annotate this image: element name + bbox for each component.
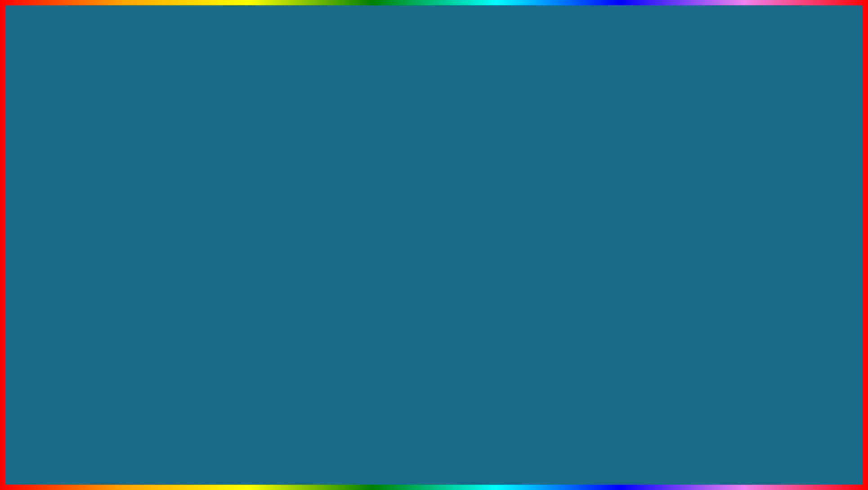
right-panel-mobile: [ MOBILE & PC ] (699, 140, 745, 147)
mirage-island-header: [ Mirage Island ] (657, 189, 823, 202)
nav-esp[interactable]: Esp (41, 218, 86, 231)
toggle-super-fast: Super Fast Attack [ Kick + Auto-Click ] (90, 226, 261, 242)
nav-teleport[interactable]: Teleport (41, 192, 86, 205)
nav-shop-race[interactable]: Shop & Race (41, 244, 86, 257)
right-nav-checking[interactable]: Checking Status (604, 270, 653, 283)
right-nav-shop-race[interactable]: Shop & Race (604, 231, 653, 244)
nav-raid-awk[interactable]: Raid & Awk (41, 205, 86, 218)
auto-click-label: Auto Click (92, 246, 118, 253)
moon-status: 3/5 : Full Moon 50% (657, 166, 823, 177)
house-1-roof (270, 373, 310, 400)
left-panel-header: #Coca↑ Hub [ MOBILE & PC ] [RightControl… (41, 138, 264, 150)
left-panel-title: #Coca↑ Hub (55, 141, 89, 147)
toggle-fast-attack: Fast Attack [ Normal / ] (90, 196, 261, 212)
bf-logo-text: BLOX FRUITS (751, 451, 832, 474)
fast-attack-warn: Super Fast Attack [ Lag For Weak Devices… (90, 216, 261, 223)
right-panel-content: [ Full Moon -Check- ] 3/5 : Full Moon 50… (653, 150, 827, 285)
find-mirage-hop-row: Find Mirage Island [Hop] (657, 244, 823, 263)
left-panel-key: [RightControl] (231, 141, 261, 147)
super-fast-toggle[interactable] (239, 229, 259, 239)
right-panel-key: [RightControl] (793, 141, 823, 147)
find-mirage-row: Find Mirage Island (657, 225, 823, 244)
find-mirage-label: Find Mirage Island (660, 231, 711, 238)
right-nav-devil[interactable]: Devil Fruit (604, 218, 653, 231)
toggle-bring-monster: Bring Monster [✓] (90, 181, 261, 196)
anti-out-game-label: Anti Out Game (92, 169, 130, 176)
char-body (412, 342, 456, 423)
auto-click-toggle[interactable] (239, 245, 259, 254)
fast-attack-label: Fast Attack [ Normal / ] (92, 201, 151, 208)
bf-logo-fruits: FRUITS (751, 460, 832, 474)
nav-auto-farm[interactable]: Auto Farm (41, 152, 86, 165)
title-char-r: R (461, 4, 514, 85)
nav-stats-sver[interactable]: Stats & Sver (41, 178, 86, 192)
left-panel-icon (45, 140, 53, 148)
right-nav-pvp[interactable]: PVP + Aimbot (604, 152, 653, 165)
bring-monster-label: Bring Monster [✓] (92, 185, 138, 192)
left-sidebar-nav: Auto Farm PVP + Aimbot Stats & Sver Tele… (41, 150, 86, 285)
left-panel-content: WARN: Use Anti When Farming! Anti Out Ga… (86, 150, 264, 285)
bf-logo-container: 💀 BLOX FRUITS (751, 423, 832, 477)
auto-hanging-label: Auto Hanging Mirage island [FUNCTION IS … (660, 208, 800, 214)
bottom-farm: FARM (175, 434, 316, 483)
char-head (416, 308, 452, 344)
right-nav-stats[interactable]: Stats & Sver (604, 165, 653, 178)
left-panel-mobile: [ MOBILE & PC ] (137, 140, 183, 147)
mirage-not-found: : Mirage Island Not Found [X] (657, 177, 823, 187)
find-mirage-hop-label: Find Mirage Island [Hop] (660, 250, 729, 257)
title-char-t: T (586, 4, 630, 85)
auto-hanging-row: Auto Hanging Mirage island [FUNCTION IS … (657, 204, 823, 219)
character (389, 265, 479, 423)
bottom-pastebin: PASTEBIN (470, 441, 649, 477)
left-panel: #Coca↑ Hub [ MOBILE & PC ] [RightControl… (40, 137, 265, 286)
right-nav-teleport[interactable]: Teleport (604, 178, 653, 192)
super-fast-label: Super Fast Attack [ Kick + Auto-Click ] (92, 231, 190, 237)
right-nav-misc[interactable]: Misc & Hop (604, 244, 653, 257)
right-panel-title: #Coca↑ Hub (617, 141, 651, 147)
right-panel-body: PVP + Aimbot Stats & Sver Teleport Raid … (604, 150, 827, 285)
full-moon-header: [ Full Moon -Check- ] (657, 154, 823, 166)
right-nav-esp[interactable]: Esp (604, 205, 653, 218)
screen-label: [ Screen ] (90, 268, 261, 275)
nav-devil-fruit[interactable]: Devil Fruit (41, 231, 86, 244)
main-title: BLOX FRUITS (0, 9, 868, 81)
nav-up-race[interactable]: UP Race [V4] (41, 270, 86, 283)
title-char-i: I (565, 4, 585, 85)
right-nav-raid[interactable]: Raid & Awk (604, 192, 653, 205)
toggle-auto-click: Auto Click (90, 242, 261, 258)
find-mirage-hop-toggle[interactable] (800, 249, 819, 258)
anti-out-game-toggle[interactable] (239, 168, 259, 178)
bottom-auto: AUTO (27, 434, 166, 483)
bottom-script: SCRIPT (329, 441, 461, 477)
right-panel: #Coca↑ Hub [ MOBILE & PC ] [RightControl… (603, 137, 828, 286)
fast-attack-toggle[interactable] (239, 199, 259, 209)
right-panel-icon (607, 140, 615, 148)
toggle-anti-out-game: Anti Out Game (90, 165, 261, 181)
nav-pvp-aimbot[interactable]: PVP + Aimbot (41, 165, 86, 178)
right-nav-up-race[interactable]: UP Race [V4] (604, 257, 653, 270)
bottom-text-area: AUTO FARM SCRIPT PASTEBIN (27, 434, 841, 483)
warn-text: WARN: Use Anti When Farming! (90, 154, 261, 160)
bring-monster-toggle[interactable] (239, 183, 259, 193)
right-sidebar-nav: PVP + Aimbot Stats & Sver Teleport Raid … (604, 150, 653, 285)
char-hat (414, 276, 454, 312)
title-char-s: S (629, 4, 677, 85)
blox-fruits-logo: 💀 BLOX FRUITS (751, 423, 832, 477)
screen-bar (90, 265, 261, 267)
auto-hanging-toggle[interactable] (800, 206, 819, 216)
title-char-f: F (417, 4, 461, 85)
house-2-roof (549, 360, 598, 391)
find-mirage-toggle[interactable] (800, 229, 819, 239)
title-char-x: X (343, 4, 391, 85)
balloon-blue (90, 90, 126, 135)
title-char-u: U (514, 4, 566, 85)
left-panel-body: Auto Farm PVP + Aimbot Stats & Sver Tele… (41, 150, 264, 285)
right-panel-header: #Coca↑ Hub [ MOBILE & PC ] [RightControl… (604, 138, 827, 150)
title-char-o: O (286, 4, 342, 85)
title-char-l: L (242, 4, 286, 85)
nav-misc-hop[interactable]: Misc & Hop (41, 257, 86, 270)
title-char-b: B (191, 4, 243, 85)
